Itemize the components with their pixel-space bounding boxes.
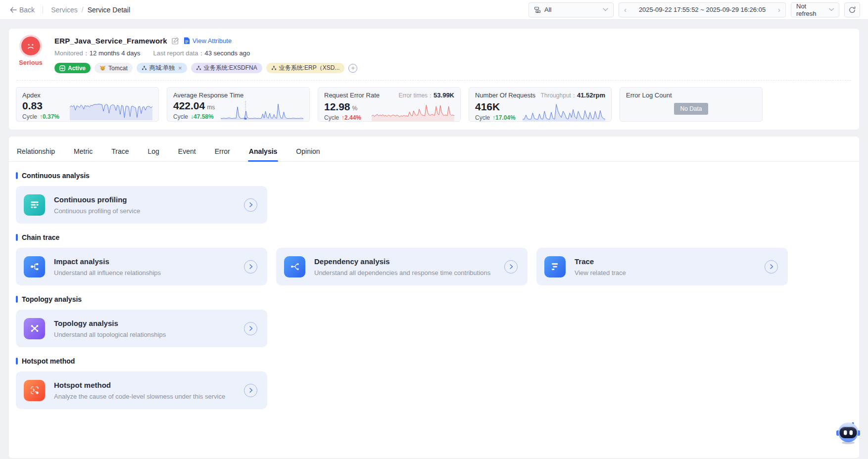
service-meta: Monitored：12 months 4 days Last report d… (54, 49, 357, 58)
card-description: Understand all influence relationships (54, 269, 161, 276)
tag-group-icon (196, 65, 201, 71)
profiling-icon (24, 194, 45, 216)
back-label: Back (19, 6, 35, 14)
card-description: Analyze the cause of code-level slowness… (54, 393, 225, 400)
tag-active: Active (54, 63, 91, 73)
refresh-icon (848, 6, 856, 14)
section-title: Chain trace (22, 233, 59, 241)
analysis-panel: Relationship Metric Trace Log Event Erro… (9, 137, 859, 458)
card-dependency-analysis[interactable]: Dependency analysis Understand all depen… (276, 248, 528, 285)
document-icon (184, 37, 190, 45)
arrow-right-icon (248, 202, 254, 208)
open-button[interactable] (765, 260, 778, 274)
tag-group-icon (142, 65, 147, 71)
view-attribute-link[interactable]: View Attribute (184, 37, 232, 45)
tab-opinion[interactable]: Opinion (295, 144, 321, 161)
section-title: Hotspot method (22, 357, 75, 365)
response-time-sparkline (221, 100, 303, 120)
time-range-picker[interactable]: ‹ 2025-09-22 17:55:52 ~ 2025-09-29 16:26… (619, 2, 786, 17)
metric-title: Apdex (22, 92, 41, 99)
arrow-right-icon (508, 264, 514, 270)
scope-select[interactable]: All (529, 2, 614, 17)
last-report-value: 43 seconds ago (205, 49, 250, 57)
section-topology-analysis: Topology analysis Topology analysis Unde… (16, 295, 852, 347)
arrow-right-icon (248, 387, 254, 393)
chevron-down-icon (603, 8, 608, 11)
metric-card-number-of-requests: Number Of Requests Throughput：41.52rpm 4… (469, 87, 612, 122)
throughput-value: 41.52rpm (577, 92, 605, 99)
card-trace[interactable]: Trace View related trace (536, 248, 788, 285)
open-button[interactable] (244, 198, 257, 212)
scope-select-value: All (544, 6, 551, 13)
error-times-value: 53.99K (434, 92, 454, 99)
tab-metric[interactable]: Metric (73, 144, 94, 161)
refresh-button[interactable] (844, 2, 860, 17)
edit-icon[interactable] (172, 37, 179, 45)
refresh-interval-value: Not refresh (796, 2, 826, 17)
no-data-badge: No Data (674, 103, 708, 115)
open-button[interactable] (244, 260, 257, 274)
metric-value: 422.04 (173, 100, 205, 112)
section-accent-bar (16, 358, 18, 365)
open-button[interactable] (244, 384, 257, 397)
plus-icon: + (351, 64, 355, 72)
tab-error[interactable]: Error (214, 144, 231, 161)
view-attribute-label: View Attribute (193, 37, 232, 45)
metric-value: 0.83 (22, 100, 43, 112)
tab-event[interactable]: Event (177, 144, 197, 161)
metric-card-error-log-count: Error Log Count No Data (620, 87, 763, 122)
metric-title: Average Response Time (173, 92, 243, 99)
tomcat-icon (99, 65, 106, 71)
service-status-badge: Serious (19, 59, 43, 66)
monitored-value: 12 months 4 days (90, 49, 141, 57)
metric-title: Error Log Count (626, 92, 672, 99)
tag-tomcat: Tomcat (95, 63, 133, 73)
card-title: Topology analysis (54, 319, 166, 327)
assistant-robot-button[interactable] (835, 419, 861, 447)
card-topology-analysis[interactable]: Topology analysis Understand all topolog… (16, 310, 267, 347)
card-impact-analysis[interactable]: Impact analysis Understand all influence… (16, 248, 267, 285)
back-button[interactable]: Back (10, 6, 35, 14)
metric-value: 12.98 (324, 101, 350, 113)
chevron-down-icon (829, 8, 834, 11)
metric-cards: Apdex 0.83 Cycle ↑0.37% Average Response… (16, 87, 852, 122)
trace-icon (544, 256, 566, 277)
tag-close-icon[interactable]: × (178, 64, 182, 72)
card-continuous-profiling[interactable]: Continuous profiling Continuous profilin… (16, 186, 267, 224)
apdex-sparkline (70, 100, 152, 120)
metric-title: Request Error Rate (324, 92, 380, 99)
tab-analysis[interactable]: Analysis (248, 144, 279, 161)
back-arrow-icon (10, 7, 17, 13)
card-hotspot-method[interactable]: Hotspot method Analyze the cause of code… (16, 371, 267, 409)
dashed-divider (17, 80, 851, 81)
metric-value: 416K (475, 101, 500, 113)
tag-business-system-erp: 业务系统:ERP（XSD... (266, 63, 345, 73)
tag-business-system-exsdfna: 业务系统:EXSDFNA (191, 63, 262, 73)
arrow-right-icon (248, 264, 254, 270)
refresh-interval-select[interactable]: Not refresh (791, 2, 839, 17)
time-range-next-icon[interactable]: › (778, 6, 780, 13)
time-range-value: 2025-09-22 17:55:52 ~ 2025-09-29 16:26:0… (639, 6, 766, 13)
add-tag-button[interactable]: + (348, 64, 357, 73)
open-button[interactable] (504, 260, 518, 274)
card-title: Impact analysis (54, 257, 161, 266)
section-accent-bar (16, 234, 18, 241)
section-accent-bar (16, 172, 18, 179)
section-chain-trace: Chain trace Impact analysis Understand a… (16, 233, 852, 285)
breadcrumb-current: Service Detail (88, 6, 130, 14)
time-range-prev-icon[interactable]: ‹ (624, 6, 627, 13)
hotspot-method-icon (24, 380, 45, 401)
top-bar: Back Services / Service Detail All ‹ 202… (0, 0, 868, 20)
tag-group-icon (271, 65, 277, 71)
tab-trace[interactable]: Trace (110, 144, 130, 161)
divider (43, 6, 43, 14)
metric-card-request-error-rate: Request Error Rate Error times：53.99K 12… (318, 87, 461, 122)
breadcrumb-services[interactable]: Services (51, 6, 78, 14)
metric-title: Number Of Requests (475, 92, 535, 99)
robot-assistant-icon (835, 419, 861, 445)
section-title: Topology analysis (22, 295, 82, 303)
error-rate-sparkline (372, 101, 454, 121)
tab-log[interactable]: Log (146, 144, 160, 161)
tab-relationship[interactable]: Relationship (16, 144, 56, 161)
open-button[interactable] (244, 322, 257, 335)
